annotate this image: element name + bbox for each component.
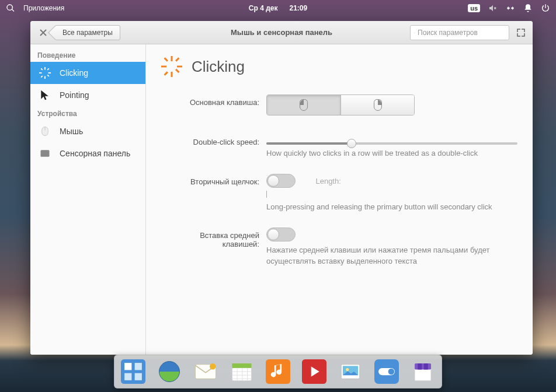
svg-rect-21 (135, 363, 142, 370)
maximize-button[interactable] (515, 27, 527, 38)
search-icon[interactable] (6, 4, 15, 13)
secondary-click-label: Вторичный щелчок: (161, 174, 266, 186)
middle-paste-switch[interactable] (266, 228, 296, 242)
svg-rect-22 (124, 373, 131, 380)
search-input[interactable] (418, 29, 505, 37)
apps-menu[interactable]: Приложения (23, 4, 64, 12)
settings-window: Все параметры Мышь и сенсорная панель По… (30, 21, 533, 355)
sidebar: Поведение Clicking Pointing Устройства М… (30, 44, 146, 355)
dock-browser[interactable] (157, 359, 182, 384)
svg-point-40 (346, 368, 349, 371)
page-title: Clicking (192, 58, 245, 76)
content-pane: Clicking Основная клавиша: Double-click … (146, 44, 533, 355)
mouse-icon (39, 125, 51, 138)
sidebar-item-pointing[interactable]: Pointing (30, 84, 145, 106)
svg-rect-11 (171, 56, 173, 61)
svg-rect-5 (47, 75, 50, 77)
svg-rect-13 (161, 66, 166, 68)
dock-videos[interactable] (301, 359, 327, 384)
svg-point-43 (388, 369, 395, 375)
back-all-settings-button[interactable]: Все параметры (55, 25, 120, 40)
svg-rect-17 (164, 71, 168, 75)
svg-rect-16 (175, 69, 179, 73)
sidebar-section-devices: Устройства (30, 106, 145, 120)
dock-switchboard[interactable] (374, 359, 399, 384)
svg-point-27 (210, 363, 216, 370)
dock-calendar[interactable] (229, 359, 255, 384)
dblclick-speed-slider[interactable] (266, 142, 517, 145)
dblclick-label: Double-click speed: (161, 134, 266, 146)
sidebar-section-behavior: Поведение (30, 48, 145, 62)
titlebar: Все параметры Мышь и сенсорная панель (30, 21, 533, 44)
middle-paste-label: Вставка средней клавишей: (161, 228, 266, 249)
notifications-icon[interactable] (523, 4, 533, 13)
network-icon[interactable] (506, 4, 515, 13)
svg-rect-23 (135, 373, 142, 380)
svg-rect-44 (415, 369, 431, 381)
search-field[interactable] (410, 25, 509, 40)
clicking-page-icon (161, 56, 182, 77)
dock (114, 355, 442, 388)
secondary-click-description: Long-pressing and releasing the primary … (266, 202, 517, 212)
svg-rect-14 (177, 66, 182, 68)
svg-rect-7 (47, 68, 50, 71)
primary-button-chooser[interactable] (266, 94, 415, 116)
svg-rect-2 (39, 72, 42, 74)
sidebar-item-label: Сенсорная панель (60, 149, 130, 158)
middle-paste-description: Нажатие средней клавиши или нажатие трем… (266, 245, 517, 266)
dblclick-description: How quickly two clicks in a row will be … (266, 148, 517, 159)
sidebar-item-label: Pointing (60, 90, 89, 100)
dock-photos[interactable] (338, 359, 363, 384)
svg-rect-46 (418, 363, 422, 370)
touchpad-icon (39, 147, 51, 160)
panel-time[interactable]: 21:09 (289, 4, 307, 12)
svg-rect-29 (232, 363, 251, 368)
mouse-left-icon (300, 99, 308, 111)
dock-appcenter[interactable] (410, 359, 436, 384)
primary-button-right[interactable] (340, 95, 414, 115)
primary-button-label: Основная клавиша: (161, 94, 266, 107)
svg-rect-20 (124, 363, 131, 370)
window-title: Мышь и сенсорная панель (231, 28, 332, 37)
svg-rect-0 (44, 67, 46, 70)
panel-date[interactable]: Ср 4 дек (249, 4, 278, 12)
mouse-right-icon (374, 99, 382, 111)
secondary-length-label: Length: (315, 177, 340, 186)
svg-rect-3 (48, 72, 51, 74)
dock-music[interactable] (265, 359, 291, 384)
svg-rect-6 (41, 75, 43, 78)
volume-muted-icon[interactable] (488, 4, 498, 13)
svg-rect-12 (171, 72, 173, 77)
cursor-icon (39, 89, 51, 102)
dock-mail[interactable] (193, 359, 218, 384)
svg-rect-15 (164, 57, 168, 61)
svg-rect-45 (415, 363, 431, 370)
sidebar-item-touchpad[interactable]: Сенсорная панель (30, 142, 145, 164)
sidebar-item-mouse[interactable]: Мышь (30, 120, 145, 142)
dock-multitasking[interactable] (120, 359, 146, 384)
svg-rect-47 (424, 363, 428, 370)
svg-rect-10 (41, 150, 50, 157)
svg-rect-4 (41, 68, 43, 71)
sidebar-item-clicking[interactable]: Clicking (30, 62, 145, 84)
sidebar-item-label: Clicking (60, 68, 88, 78)
svg-rect-1 (44, 76, 46, 79)
clicking-icon (39, 66, 51, 79)
search-icon (414, 29, 415, 37)
keyboard-layout-indicator[interactable]: us (468, 4, 480, 12)
secondary-click-switch[interactable] (266, 174, 296, 188)
primary-button-left[interactable] (267, 95, 340, 115)
svg-rect-18 (175, 57, 179, 61)
sidebar-item-label: Мышь (60, 127, 83, 136)
power-icon[interactable] (541, 4, 550, 13)
